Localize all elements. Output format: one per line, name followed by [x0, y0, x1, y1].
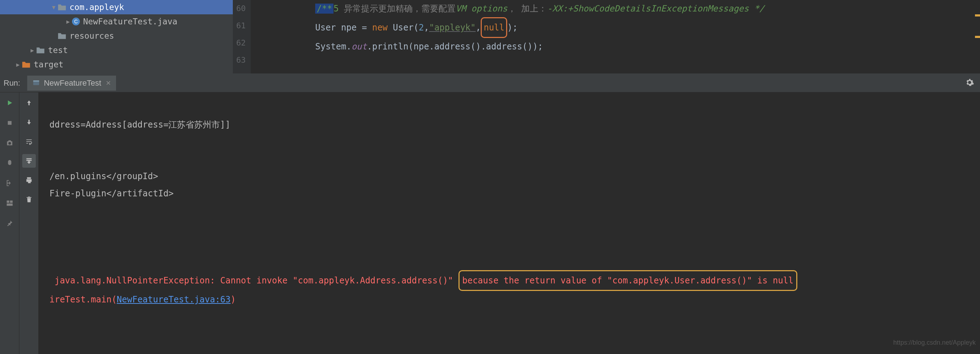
pin-icon[interactable] [3, 217, 16, 230]
console-error-line: ireTest.main(NewFeatureTest.java:63) [49, 291, 980, 308]
tree-item-package[interactable]: ▼ com.appleyk [0, 0, 233, 14]
tree-label: test [48, 46, 68, 55]
trash-icon[interactable] [22, 193, 36, 206]
tree-item-file[interactable]: ▶ C NewFeatureTest.java [0, 14, 233, 29]
code-line: /**5 异常提示更加精确，需要配置VM options， 加上：-XX:+Sh… [315, 0, 980, 17]
svg-text:C: C [74, 19, 78, 24]
exit-icon[interactable] [3, 176, 16, 190]
tree-label: com.appleyk [70, 3, 124, 12]
console-line: ddress=Address[address=江苏省苏州市]] [49, 116, 980, 133]
run-toolbar-left [0, 92, 19, 354]
tree-item-target[interactable]: ▶ target [0, 57, 233, 72]
print-icon[interactable] [22, 174, 36, 187]
down-arrow-icon[interactable] [22, 115, 36, 129]
layout-icon[interactable] [3, 196, 16, 210]
editor-marks [975, 14, 980, 57]
watermark: https://blog.csdn.net/Appleyk [893, 334, 976, 351]
debug-icon[interactable] [3, 156, 16, 170]
code-area[interactable]: /**5 异常提示更加精确，需要配置VM options， 加上：-XX:+Sh… [251, 0, 980, 73]
tree-label: target [34, 60, 64, 69]
java-file-icon: C [72, 17, 80, 26]
svg-rect-7 [10, 201, 12, 203]
code-line: System.out.println(npe.address().address… [315, 38, 980, 55]
tree-label: NewFeatureTest.java [83, 17, 177, 26]
svg-point-5 [8, 142, 11, 144]
folder-icon [57, 3, 67, 11]
chevron-down-icon: ▼ [50, 4, 57, 11]
run-tab[interactable]: NewFeatureTest ✕ [27, 76, 116, 91]
svg-rect-3 [33, 80, 40, 81]
stacktrace-link[interactable]: NewFeatureTest.java:63 [117, 295, 231, 305]
console-output[interactable]: ddress=Address[address=江苏省苏州市]] /en.plug… [39, 92, 980, 354]
tree-item-test[interactable]: ▶ test [0, 43, 233, 57]
tree-label: resources [70, 31, 114, 40]
camera-icon[interactable] [3, 136, 16, 150]
tree-item-resources[interactable]: resources [0, 29, 233, 43]
close-icon[interactable]: ✕ [106, 79, 111, 87]
run-label: Run: [3, 78, 20, 88]
chevron-right-icon: ▶ [14, 61, 21, 68]
tab-label: NewFeatureTest [44, 78, 101, 88]
folder-icon [21, 61, 31, 69]
up-arrow-icon[interactable] [22, 96, 36, 110]
run-toolbar-secondary [19, 92, 39, 354]
folder-icon [57, 32, 67, 40]
stop-button[interactable] [3, 116, 16, 130]
console-error-line: java.lang.NullPointerException: Cannot i… [49, 270, 980, 291]
chevron-right-icon: ▶ [29, 47, 36, 54]
settings-icon[interactable] [965, 78, 974, 88]
svg-rect-6 [6, 201, 9, 203]
line-gutter: 60 61 62 63 [233, 0, 251, 73]
editor-area[interactable]: 60 61 62 63 /**5 异常提示更加精确，需要配置VM options… [233, 0, 980, 73]
run-button[interactable] [3, 96, 16, 110]
run-config-icon [32, 79, 40, 87]
svg-rect-8 [6, 204, 13, 206]
project-tree[interactable]: ▼ com.appleyk ▶ C NewFeatureTest.java re… [0, 0, 233, 73]
svg-rect-4 [8, 121, 11, 125]
console-line: /en.plugins</groupId> [49, 168, 980, 185]
scroll-to-end-icon[interactable] [22, 154, 36, 168]
console-line: Fire-plugin</artifactId> [49, 185, 980, 202]
run-tab-bar: Run: NewFeatureTest ✕ [0, 74, 980, 92]
folder-icon [36, 46, 45, 54]
wrap-icon[interactable] [22, 135, 36, 148]
chevron-right-icon: ▶ [64, 18, 72, 25]
code-line: User npe = new User(2,"appleyk",null); [315, 17, 980, 38]
